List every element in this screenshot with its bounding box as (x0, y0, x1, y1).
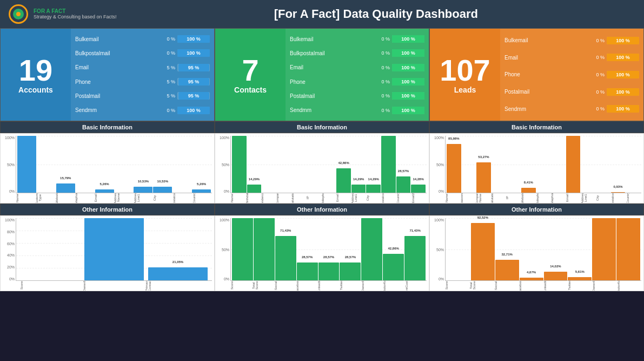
bar-x-label: Twitter (340, 281, 361, 291)
bar-x-label: Name (445, 193, 460, 203)
bar-x-label: Email2 (411, 193, 427, 203)
bar-x-label: Salutation (490, 193, 506, 203)
bar-x-label: Postalcode (611, 193, 626, 203)
bar-x-label: City (366, 193, 381, 203)
bar-x-label: Score (230, 281, 252, 291)
accounts-basic-chart: 100%50%0% 100%15,79%5,26%10,53%10,53%5,2… (0, 133, 215, 204)
bar-x-label: OwnerID (361, 281, 383, 291)
bar-x-label: Facebook (296, 281, 317, 291)
bar: 0,93% (611, 192, 626, 193)
bar-column: 42,86% (383, 218, 404, 280)
contacts-panel: 7 Contacts Bulkemail 0 % 100 % Bulkposta… (215, 28, 429, 121)
bar-column: 5,26% (95, 136, 114, 193)
logo-inner (13, 9, 24, 19)
bar-column: 92,52% (471, 218, 495, 280)
metric-row: Email 0 % 100 % (290, 64, 424, 71)
bar: 28,57% (396, 176, 411, 193)
bar: 28,57% (297, 262, 318, 280)
bar-column (447, 218, 470, 280)
bar: 14,28% (411, 185, 426, 193)
bar-column: 21,05% (148, 218, 208, 280)
bar-column (626, 136, 640, 193)
bar: 100,00% (566, 136, 581, 193)
accounts-other-chart: 100%80%60%40%20%0% 100,00%21,05% ScoreOw… (0, 215, 215, 291)
bar-column (322, 136, 336, 193)
bar: 85,98% (447, 144, 461, 193)
bar-x-label: Company Name (475, 193, 490, 203)
bar-x-label: Postalcode (381, 193, 396, 203)
bar-x-label: Email (336, 193, 351, 203)
bar-x-label: IP (506, 193, 521, 203)
bar-x-label: Address Name (114, 193, 133, 203)
bar-column: 32,71% (495, 218, 519, 280)
bar: 92,52% (471, 223, 495, 280)
bar: 100% (381, 136, 396, 193)
bar: 100% (17, 136, 36, 193)
metric-row: Bulkpostalmail 0 % 100 % (290, 49, 424, 57)
bar-column: 0,93% (611, 136, 626, 193)
bar-x-label: Address Line1 (134, 193, 153, 203)
bar-x-label: IP (306, 193, 321, 203)
bar-column: 14,29% (366, 136, 381, 193)
bar: 14,02% (544, 272, 568, 280)
bar-column: 100% (17, 136, 36, 193)
accounts-label: Accounts (18, 86, 53, 94)
bar-x-label: Salutation (291, 193, 306, 203)
bar-x-label: Country (396, 193, 411, 203)
bar-column (37, 136, 56, 193)
bar: 100,00% (592, 218, 616, 280)
bar: 100,00% (84, 218, 144, 280)
bar: 100,00% (361, 218, 382, 280)
leads-metrics: Bulkemail 0 % 100 % Email 0 % 100 % Phon… (500, 29, 643, 121)
metric-row: Bulkemail 0 % 100 % (290, 35, 424, 43)
bar-column: 100,00% (254, 218, 275, 280)
metric-row: Sendmm 0 % 100 % (290, 107, 424, 114)
bar-x-label: Score (445, 281, 469, 291)
bar: 32,71% (495, 260, 519, 280)
accounts-metrics: Bulkemail 0 % 100 % Bulkpostalmail 0 % 1… (71, 29, 214, 121)
bar-column (506, 136, 521, 193)
bar: 71,43% (404, 236, 426, 280)
bar-x-label: Customer Type (35, 193, 55, 203)
bar-x-label: OwnerID (592, 281, 616, 291)
bar-column: 28,57% (396, 136, 411, 193)
bar-column (551, 136, 566, 193)
bar-x-label: LinkedIn (317, 281, 339, 291)
metric-row: Bulkemail 0 % 100 % (504, 37, 639, 44)
contacts-basic-header: Basic Information (215, 121, 429, 133)
bar-x-label: Telephone (75, 193, 94, 203)
bar-x-label: Country (626, 193, 641, 203)
bar-column: 100% (232, 136, 247, 193)
bar-column: 14,29% (247, 136, 262, 193)
bar-column: 28,57% (297, 218, 318, 280)
bar-x-label: Address Line1 (351, 193, 366, 203)
bar: 10,53% (134, 187, 152, 193)
bar: 100% (232, 136, 247, 193)
bar-column (115, 136, 134, 193)
bar-x-label: Name (230, 193, 245, 203)
bar: 15,79% (56, 183, 75, 193)
metric-row: Email 5 % 95 % (75, 64, 210, 71)
metric-row: Phone 0 % 100 % (290, 78, 424, 86)
bar-column (596, 136, 610, 193)
bar-column: 100,00% (232, 218, 253, 280)
bar-x-label: Decisionmaker (460, 193, 475, 203)
page-title: [For A Fact] Data Quality Dashboard (117, 7, 635, 21)
bar-column (291, 136, 306, 193)
metric-row: Postalmail 0 % 100 % (290, 92, 424, 100)
bar-x-label: Mobilephone (321, 193, 336, 203)
bar: 10,53% (153, 187, 172, 193)
bar-x-label: Postalcode (172, 193, 192, 203)
bar-column: 100% (381, 136, 396, 193)
leads-basic-header: Basic Information (429, 121, 644, 133)
bar: 5,26% (95, 189, 114, 193)
contacts-other-header: Other Information (215, 204, 429, 215)
bar-column: 14,02% (544, 218, 568, 280)
bar: 71,43% (275, 236, 296, 280)
metric-row: Sendmm 0 % 100 % (75, 107, 210, 114)
bar-x-label: Email (94, 193, 114, 203)
bar-x-label: Address Line1 (581, 193, 596, 203)
bar-x-label: Website (55, 193, 75, 203)
bar-column: 14,29% (351, 136, 366, 193)
bar: 8,41% (521, 188, 536, 193)
